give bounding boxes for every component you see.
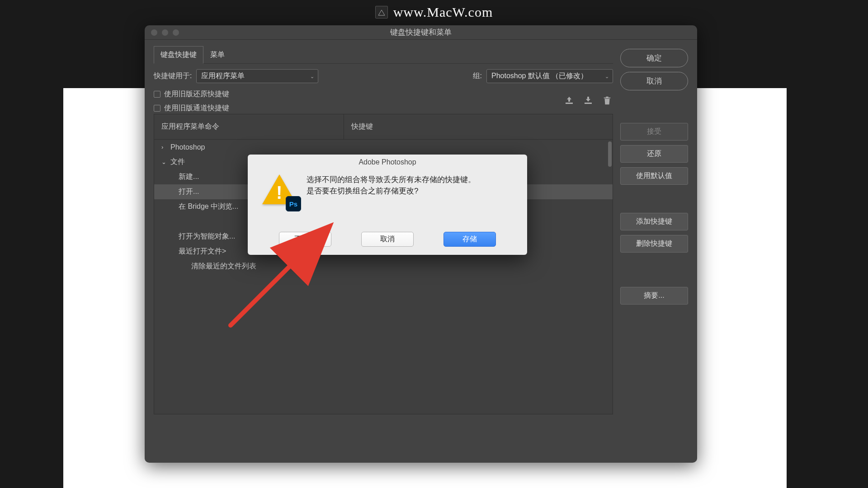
add-shortcut-button[interactable]: 添加快捷键 bbox=[620, 213, 688, 230]
window-title: 键盘快捷键和菜单 bbox=[390, 27, 452, 38]
accept-button: 接受 bbox=[620, 123, 688, 141]
scrollbar-thumb[interactable] bbox=[608, 141, 612, 167]
tab-menus[interactable]: 菜单 bbox=[203, 46, 231, 63]
watermark-text: www.MacW.com bbox=[393, 5, 493, 20]
close-dot[interactable] bbox=[151, 29, 157, 36]
shortcuts-for-value: 应用程序菜单 bbox=[201, 72, 245, 80]
group-label: 组: bbox=[473, 71, 482, 81]
row-label: 最近打开文件> bbox=[179, 247, 226, 256]
warning-icon: Ps bbox=[261, 174, 299, 211]
column-header-shortcut: 快捷键 bbox=[344, 122, 613, 131]
photoshop-badge-icon: Ps bbox=[286, 196, 301, 211]
alert-cancel-button[interactable]: 取消 bbox=[361, 232, 414, 247]
save-button[interactable]: 存储 bbox=[443, 232, 496, 247]
row-label: 在 Bridge 中浏览... bbox=[179, 202, 238, 211]
shortcuts-for-label: 快捷键用于: bbox=[154, 71, 192, 81]
row-label: 打开为智能对象... bbox=[179, 232, 235, 241]
save-changes-alert: Adobe Photoshop Ps 选择不同的组合将导致丢失所有未存储的快捷键… bbox=[248, 155, 527, 255]
dont-save-button[interactable]: 不存储 bbox=[279, 232, 331, 247]
disclosure-caret-icon: › bbox=[161, 144, 169, 150]
revert-button[interactable]: 还原 bbox=[620, 145, 688, 163]
chevron-down-icon: ⌄ bbox=[310, 73, 314, 79]
row-label: 新建... bbox=[179, 172, 199, 182]
column-header-command: 应用程序菜单命令 bbox=[154, 114, 344, 139]
shortcuts-for-select[interactable]: 应用程序菜单 ⌄ bbox=[196, 69, 318, 83]
cancel-button[interactable]: 取消 bbox=[620, 72, 688, 90]
delete-shortcut-button[interactable]: 删除快捷键 bbox=[620, 235, 688, 253]
table-row[interactable]: ›Photoshop bbox=[154, 140, 613, 155]
chevron-down-icon: ⌄ bbox=[605, 73, 609, 79]
traffic-lights[interactable] bbox=[151, 29, 179, 36]
tabs: 键盘快捷键 菜单 bbox=[154, 46, 613, 64]
summary-button[interactable]: 摘要... bbox=[620, 287, 688, 305]
alert-message: 选择不同的组合将导致丢失所有未存储的快捷键。 是否要在切换组合之前存储更改? bbox=[307, 174, 476, 211]
new-set-icon[interactable] bbox=[582, 95, 594, 107]
titlebar: 键盘快捷键和菜单 bbox=[145, 25, 697, 40]
group-value: Photoshop 默认值 （已修改） bbox=[491, 72, 588, 80]
tab-keyboard-shortcuts[interactable]: 键盘快捷键 bbox=[154, 46, 203, 64]
alert-line2: 是否要在切换组合之前存储更改? bbox=[307, 186, 476, 197]
alert-title: Adobe Photoshop bbox=[248, 155, 527, 168]
disclosure-caret-icon: ⌄ bbox=[161, 159, 169, 165]
table-row[interactable]: 清除最近的文件列表 bbox=[154, 259, 613, 274]
save-set-icon[interactable] bbox=[563, 95, 575, 107]
alert-line1: 选择不同的组合将导致丢失所有未存储的快捷键。 bbox=[307, 174, 476, 186]
trash-icon[interactable] bbox=[601, 95, 613, 107]
minimize-dot[interactable] bbox=[162, 29, 168, 36]
use-defaults-button[interactable]: 使用默认值 bbox=[620, 167, 688, 185]
watermark-bar: www.MacW.com bbox=[0, 0, 868, 24]
group-select[interactable]: Photoshop 默认值 （已修改） ⌄ bbox=[486, 69, 613, 83]
row-label: 打开... bbox=[179, 187, 199, 197]
zoom-dot[interactable] bbox=[173, 29, 179, 36]
watermark-icon bbox=[375, 6, 388, 19]
row-label: 清除最近的文件列表 bbox=[191, 262, 256, 271]
ok-button[interactable]: 确定 bbox=[620, 49, 688, 67]
row-label: 文件 bbox=[170, 157, 185, 167]
row-label: Photoshop bbox=[170, 143, 205, 151]
